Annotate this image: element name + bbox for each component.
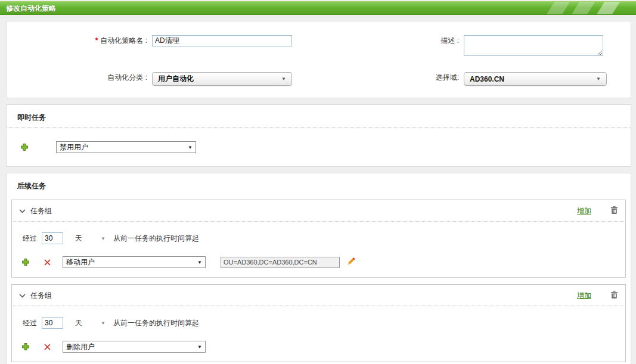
policy-form-panel: *自动化策略名 : 描述 : 自动化分类 : 用户自动化 ▼ 选择域: AD36…	[6, 21, 631, 98]
followup-task-select[interactable]: 删除用户 ▼	[63, 341, 206, 353]
edit-pencil-icon[interactable]	[347, 257, 356, 267]
chevron-down-icon: ▼	[197, 260, 202, 265]
chevron-down-icon: ▼	[281, 76, 286, 82]
delay-unit: 天	[75, 234, 82, 244]
chevron-down-icon: ▼	[188, 145, 193, 150]
task-action-row: 删除用户 ▼	[12, 329, 625, 362]
ou-path-field[interactable]: OU=AD360,DC=AD360,DC=CN	[221, 257, 340, 268]
add-link[interactable]: 增加	[577, 291, 591, 301]
delay-suffix: 从前一任务的执行时间算起	[113, 234, 199, 244]
delay-suffix: 从前一任务的执行时间算起	[113, 318, 199, 328]
unit-dropdown-arrow-icon[interactable]: ▼	[101, 321, 106, 326]
remove-task-button[interactable]	[44, 259, 51, 266]
chevron-down-icon: ▼	[197, 344, 202, 350]
add-task-button[interactable]	[21, 258, 30, 266]
task-selected-value: 删除用户	[66, 342, 95, 352]
page-header: 修改自动化策略	[0, 1, 636, 15]
form-row: 自动化分类 : 用户自动化 ▼ 选择域: AD360.CN ▼	[7, 72, 631, 86]
followup-tasks-panel: 后续任务 任务组 增加 经过 天 ▼ 从前一任务的执行时间算起	[6, 173, 631, 364]
task-group-header: 任务组 增加	[12, 285, 625, 306]
policy-name-input[interactable]	[152, 35, 292, 46]
domain-selected-value: AD360.CN	[470, 75, 504, 83]
task-group-box: 任务组 增加 经过 天 ▼ 从前一任务的执行时间算起 移动用户 ▼	[11, 200, 626, 278]
followup-tasks-title: 后续任务	[7, 173, 631, 196]
plus-icon	[21, 343, 30, 351]
delay-days-input[interactable]	[42, 317, 63, 329]
task-action-row: 移动用户 ▼ OU=AD360,DC=AD360,DC=CN	[12, 244, 625, 277]
delay-unit: 天	[75, 318, 82, 328]
automation-category-dropdown[interactable]: 用户自动化 ▼	[152, 72, 292, 86]
required-asterisk: *	[95, 36, 98, 45]
category-label: 自动化分类 :	[7, 72, 152, 83]
collapse-chevron-icon[interactable]	[19, 291, 26, 300]
form-row: *自动化策略名 : 描述 :	[7, 35, 631, 56]
instant-task-select[interactable]: 禁用用户 ▼	[56, 141, 196, 153]
trash-icon[interactable]	[610, 206, 618, 216]
collapse-chevron-icon[interactable]	[19, 207, 26, 215]
description-textarea[interactable]	[464, 35, 603, 56]
description-label: 描述 :	[292, 35, 464, 46]
delay-row: 经过 天 ▼ 从前一任务的执行时间算起	[12, 306, 625, 329]
delay-row: 经过 天 ▼ 从前一任务的执行时间算起	[12, 222, 625, 244]
delay-prefix: 经过	[23, 234, 37, 244]
task-group-title: 任务组	[30, 206, 52, 216]
remove-task-button[interactable]	[44, 344, 51, 350]
domain-label: 选择域:	[292, 72, 464, 83]
trash-icon[interactable]	[610, 290, 618, 301]
add-link[interactable]: 增加	[577, 206, 591, 216]
task-group-header: 任务组 增加	[12, 200, 625, 221]
page-title: 修改自动化策略	[0, 2, 636, 15]
instant-tasks-panel: 即时任务 禁用用户 ▼	[6, 104, 631, 167]
unit-dropdown-arrow-icon[interactable]: ▼	[101, 236, 106, 241]
plus-icon	[21, 258, 30, 266]
instant-task-row: 禁用用户 ▼	[7, 128, 631, 153]
task-group-box: 任务组 增加 经过 天 ▼ 从前一任务的执行时间算起 删除用户 ▼	[11, 284, 626, 362]
task-group-title: 任务组	[30, 291, 52, 301]
followup-task-select[interactable]: 移动用户 ▼	[63, 256, 206, 268]
category-selected-value: 用户自动化	[158, 74, 194, 84]
add-task-button[interactable]	[20, 143, 29, 151]
task-selected-value: 移动用户	[66, 257, 95, 267]
x-icon	[44, 259, 51, 266]
delay-prefix: 经过	[23, 318, 37, 328]
policy-name-label: *自动化策略名 :	[7, 35, 152, 46]
delay-days-input[interactable]	[42, 232, 63, 244]
chevron-down-icon: ▼	[596, 76, 601, 82]
instant-tasks-title: 即时任务	[7, 105, 631, 127]
add-task-button[interactable]	[21, 343, 30, 351]
plus-icon	[20, 143, 29, 151]
domain-dropdown[interactable]: AD360.CN ▼	[464, 72, 607, 86]
task-selected-value: 禁用用户	[60, 142, 88, 153]
x-icon	[44, 344, 51, 350]
